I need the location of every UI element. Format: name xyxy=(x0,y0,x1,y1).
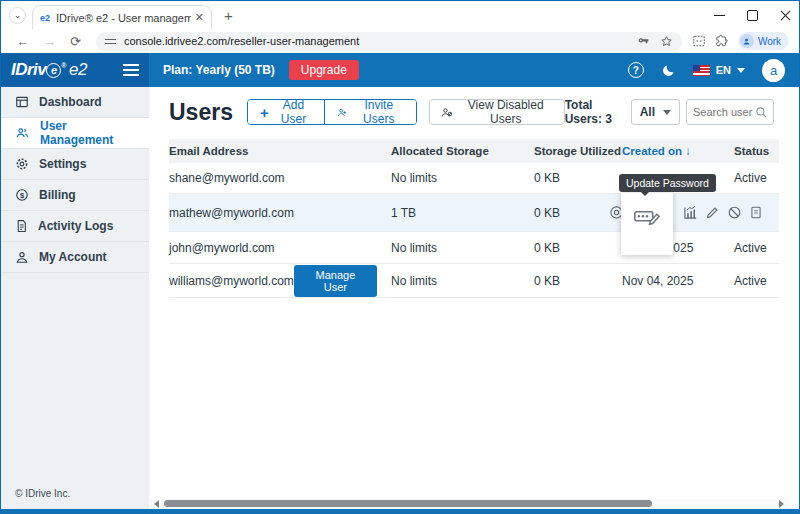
site-info-icon[interactable] xyxy=(105,36,116,47)
side-panel-icon[interactable] xyxy=(692,34,706,48)
table-row[interactable]: williams@myworld.com Manage User No limi… xyxy=(169,264,779,298)
col-utilized: Storage Utilized xyxy=(534,145,622,157)
plan-label: Plan: Yearly (50 TB) xyxy=(163,63,275,77)
tab-search-chevron[interactable]: ⌄ xyxy=(9,7,26,24)
page-title: Users xyxy=(169,99,233,126)
col-status: Status xyxy=(734,145,779,157)
table-row[interactable]: john@myworld.com No limits 0 KB Dec 23, … xyxy=(169,232,779,264)
sidebar-item-settings[interactable]: Settings xyxy=(1,149,149,180)
logo-zone: IDrive®e2 xyxy=(1,53,149,87)
search-user-box[interactable] xyxy=(686,99,774,125)
account-avatar[interactable]: a xyxy=(762,59,785,82)
tab-close-icon[interactable]: ✕ xyxy=(195,11,204,24)
profile-name: Work xyxy=(758,36,781,47)
users-table: Email Address Allocated Storage Storage … xyxy=(169,139,779,298)
col-email: Email Address xyxy=(169,145,391,157)
usage-graph-icon[interactable] xyxy=(679,205,701,220)
dashboard-icon xyxy=(15,95,29,109)
language-code: EN xyxy=(716,64,731,76)
app-header: IDrive®e2 Plan: Yearly (50 TB) Upgrade ?… xyxy=(1,53,799,87)
search-icon xyxy=(755,106,768,119)
update-password-tooltip: Update Password xyxy=(619,174,716,192)
hamburger-menu-icon[interactable] xyxy=(123,61,139,79)
scrollbar-thumb[interactable] xyxy=(164,500,652,507)
sidebar-item-user-management[interactable]: User Management xyxy=(1,118,149,149)
window-maximize-button[interactable] xyxy=(747,10,758,21)
add-user-button[interactable]: + Add User xyxy=(248,100,324,124)
new-tab-button[interactable]: + xyxy=(224,7,233,24)
status-badge: Active xyxy=(734,241,779,255)
back-icon[interactable]: ← xyxy=(16,34,29,49)
status-badge: Active xyxy=(734,171,779,185)
table-header-row: Email Address Allocated Storage Storage … xyxy=(169,139,779,163)
person-icon xyxy=(15,250,29,264)
horizontal-scrollbar[interactable] xyxy=(149,499,789,508)
window-bottom-border xyxy=(1,509,799,513)
browser-toolbar: ← → ⟳ console.idrivee2.com/reseller-user… xyxy=(1,29,799,53)
main-content: Users + Add User Invite Users View Disab… xyxy=(149,87,799,509)
invite-users-button[interactable]: Invite Users xyxy=(324,100,416,124)
sidebar-item-my-account[interactable]: My Account xyxy=(1,242,149,273)
chevron-down-icon xyxy=(663,110,671,115)
scroll-left-arrow-icon[interactable] xyxy=(154,500,159,508)
search-input[interactable] xyxy=(693,106,755,118)
bookmark-star-icon[interactable] xyxy=(660,35,673,48)
extensions-puzzle-icon[interactable] xyxy=(715,34,729,48)
table-row-hovered[interactable]: mathew@myworld.com 1 TB 0 KB xyxy=(169,194,779,232)
user-plus-icon xyxy=(337,106,347,119)
browser-profile-chip[interactable]: Work xyxy=(738,32,789,50)
favicon: e2 xyxy=(40,13,50,23)
disable-user-icon[interactable] xyxy=(723,205,745,220)
browser-tab[interactable]: e2 IDrive® e2 - User management ✕ xyxy=(32,5,212,29)
document-icon xyxy=(15,219,28,233)
edit-pencil-icon[interactable] xyxy=(701,205,723,220)
window-minimize-button[interactable] xyxy=(714,10,725,21)
copyright-text: © IDrive Inc. xyxy=(1,478,149,509)
users-icon xyxy=(15,126,30,140)
status-badge: Active xyxy=(734,274,779,288)
col-allocated: Allocated Storage xyxy=(391,145,534,157)
view-logs-icon[interactable] xyxy=(745,205,767,220)
url-text[interactable]: console.idrivee2.com/reseller-user-manag… xyxy=(124,35,637,47)
chevron-down-icon xyxy=(737,68,745,73)
dark-mode-moon-icon[interactable] xyxy=(661,63,676,78)
browser-window: ⌄ e2 IDrive® e2 - User management ✕ + ← … xyxy=(0,0,800,514)
svg-text:$: $ xyxy=(20,191,25,200)
language-selector[interactable]: EN xyxy=(693,64,745,76)
upgrade-button[interactable]: Upgrade xyxy=(289,60,359,80)
view-disabled-users-button[interactable]: View Disabled Users xyxy=(429,99,565,125)
gear-icon xyxy=(15,157,29,171)
sidebar-item-billing[interactable]: $ Billing xyxy=(1,180,149,211)
idrive-e2-logo: IDrive®e2 xyxy=(11,60,87,80)
browser-titlebar: ⌄ e2 IDrive® e2 - User management ✕ + xyxy=(1,1,799,29)
sort-desc-icon: ↓ xyxy=(685,145,691,157)
sidebar: Dashboard User Management Settings $ Bil… xyxy=(1,87,149,509)
window-close-button[interactable] xyxy=(780,10,791,21)
forward-icon[interactable]: → xyxy=(43,34,56,49)
tab-title: IDrive® e2 - User management xyxy=(56,12,191,24)
dollar-circle-icon: $ xyxy=(15,188,29,202)
sidebar-item-dashboard[interactable]: Dashboard xyxy=(1,87,149,118)
password-key-icon[interactable] xyxy=(637,35,650,48)
scroll-right-arrow-icon[interactable] xyxy=(779,500,784,508)
total-users-count: Total Users: 3 xyxy=(565,98,621,126)
user-disabled-icon xyxy=(441,106,453,119)
us-flag-icon xyxy=(693,65,710,76)
user-filter-dropdown[interactable]: All xyxy=(631,99,680,125)
profile-avatar-icon xyxy=(740,34,754,48)
reload-icon[interactable]: ⟳ xyxy=(70,34,81,49)
col-created-sortable[interactable]: Created on ↓ xyxy=(622,145,734,157)
manage-user-button[interactable]: Manage User xyxy=(294,265,377,297)
update-password-card[interactable] xyxy=(621,193,673,255)
address-bar[interactable]: console.idrivee2.com/reseller-user-manag… xyxy=(96,32,682,51)
help-icon[interactable]: ? xyxy=(628,62,644,78)
update-password-icon xyxy=(634,205,660,225)
plus-icon: + xyxy=(260,104,269,121)
sidebar-item-activity-logs[interactable]: Activity Logs xyxy=(1,211,149,242)
